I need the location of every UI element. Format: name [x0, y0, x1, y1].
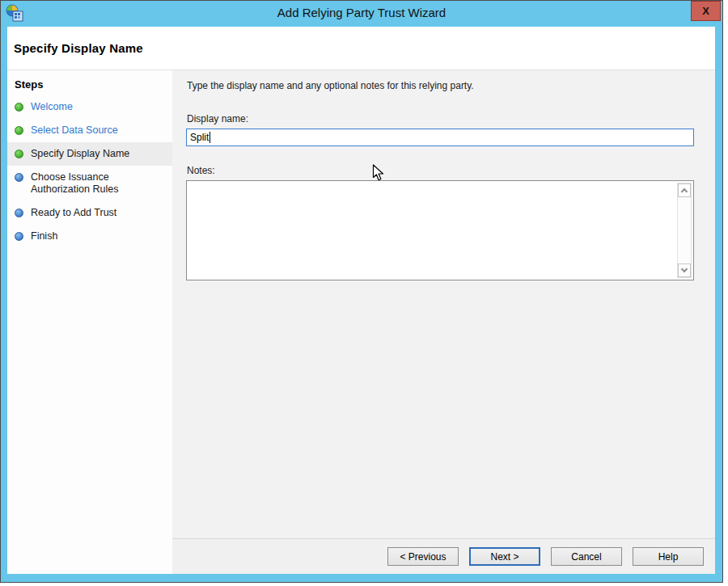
step-upcoming-icon [15, 232, 23, 241]
step-select-data-source[interactable]: Select Data Source [7, 119, 172, 142]
text-caret [210, 132, 210, 143]
page-header: Specify Display Name [7, 27, 715, 70]
content-panel: Type the display name and any optional n… [172, 70, 715, 574]
step-upcoming-icon [15, 209, 23, 217]
display-name-value: Split [190, 132, 209, 143]
steps-sidebar: Steps Welcome Select Data Source Specify… [7, 70, 172, 574]
step-finish: Finish [7, 225, 172, 248]
step-label: Finish [31, 230, 57, 242]
step-label: Welcome [31, 101, 73, 113]
step-specify-display-name: Specify Display Name [7, 142, 172, 166]
step-ready-to-add-trust: Ready to Add Trust [7, 201, 172, 225]
scroll-down-button[interactable] [678, 263, 691, 277]
steps-heading: Steps [7, 77, 172, 95]
chevron-up-icon [681, 188, 688, 195]
step-label: Ready to Add Trust [31, 207, 116, 219]
step-label: Select Data Source [31, 124, 118, 137]
scroll-up-button[interactable] [678, 183, 691, 197]
step-completed-icon [15, 103, 23, 112]
notes-label: Notes: [187, 165, 215, 176]
display-name-input[interactable]: Split [186, 129, 694, 146]
window-title: Add Relying Party Trust Wizard [1, 6, 722, 19]
wizard-frame: Specify Display Name Steps Welcome Selec… [7, 27, 715, 574]
cancel-button[interactable]: Cancel [551, 547, 622, 566]
step-label: Specify Display Name [31, 148, 129, 160]
step-label: Choose Issuance Authorization Rules [31, 171, 167, 196]
title-bar: Add Relying Party Trust Wizard X [1, 1, 722, 27]
next-button[interactable]: Next > [469, 547, 540, 566]
step-completed-icon [15, 150, 23, 158]
page-title: Specify Display Name [14, 41, 143, 55]
step-upcoming-icon [15, 173, 23, 182]
mouse-cursor-icon [372, 164, 384, 182]
step-welcome[interactable]: Welcome [7, 95, 172, 119]
notes-scrollbar [677, 183, 692, 278]
previous-button[interactable]: < Previous [387, 547, 459, 566]
step-completed-icon [15, 126, 23, 135]
close-button[interactable]: X [691, 1, 721, 21]
help-button[interactable]: Help [633, 547, 704, 566]
wizard-window: Add Relying Party Trust Wizard X Specify… [0, 0, 723, 583]
display-name-label: Display name: [187, 113, 248, 124]
step-choose-issuance-authorization-rules: Choose Issuance Authorization Rules [7, 166, 172, 201]
instruction-text: Type the display name and any optional n… [187, 80, 474, 91]
notes-textarea[interactable] [186, 180, 694, 280]
button-bar: < Previous Next > Cancel Help [172, 538, 715, 574]
chevron-down-icon [681, 266, 688, 272]
